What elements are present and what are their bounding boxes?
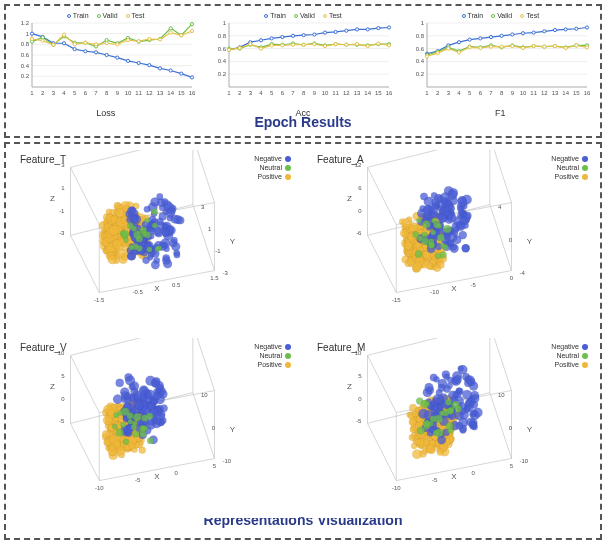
- svg-text:0: 0: [212, 425, 216, 431]
- scatter-legend: NegativeNeutralPositive: [551, 342, 588, 369]
- svg-text:Y: Y: [527, 237, 533, 246]
- svg-point-216: [510, 44, 513, 47]
- svg-text:-5: -5: [59, 418, 65, 424]
- svg-text:9: 9: [510, 90, 514, 96]
- svg-point-40: [158, 67, 161, 70]
- svg-text:0: 0: [61, 396, 65, 402]
- svg-text:2: 2: [436, 90, 440, 96]
- svg-point-39: [148, 64, 151, 67]
- svg-point-838: [413, 262, 421, 270]
- svg-point-217: [521, 46, 524, 49]
- svg-point-975: [440, 243, 445, 248]
- svg-point-558: [143, 257, 150, 264]
- svg-text:1: 1: [223, 20, 227, 26]
- svg-text:14: 14: [562, 90, 569, 96]
- svg-point-938: [459, 231, 467, 239]
- svg-point-213: [478, 46, 481, 49]
- svg-text:13: 13: [551, 90, 558, 96]
- line-charts-row: TrainValidTest0.20.40.60.811.21234567891…: [10, 12, 596, 112]
- svg-text:11: 11: [333, 90, 340, 96]
- svg-text:0.6: 0.6: [218, 46, 227, 52]
- svg-text:-5: -5: [470, 282, 476, 288]
- svg-text:-15: -15: [392, 297, 401, 303]
- svg-point-112: [334, 30, 337, 33]
- legend-item: Neutral: [551, 351, 588, 360]
- svg-point-1707: [455, 411, 464, 420]
- legend-label: Positive: [257, 172, 282, 181]
- svg-text:8: 8: [500, 90, 504, 96]
- line-chart-f1: TrainValidTest0.20.40.60.811234567891011…: [405, 12, 596, 112]
- svg-text:-4: -4: [519, 270, 525, 276]
- svg-point-180: [468, 38, 471, 41]
- svg-text:1: 1: [228, 90, 232, 96]
- svg-point-840: [405, 242, 413, 250]
- svg-text:-1.5: -1.5: [94, 297, 105, 303]
- svg-line-1358: [490, 338, 512, 391]
- epoch-results-section: TrainValidTest0.20.40.60.811.21234567891…: [4, 4, 602, 138]
- svg-point-1213: [109, 444, 115, 450]
- svg-point-1542: [409, 418, 416, 425]
- svg-point-943: [448, 239, 454, 245]
- svg-point-183: [500, 34, 503, 37]
- scatter-plot-feature_m: Feature_MNegativeNeutralPositiveXYZ-10-5…: [307, 338, 596, 518]
- legend-label: Neutral: [556, 163, 579, 172]
- legend-label: Test: [329, 12, 342, 19]
- svg-point-964: [416, 218, 421, 223]
- svg-text:7: 7: [292, 90, 296, 96]
- svg-text:-3: -3: [222, 270, 228, 276]
- svg-point-600: [140, 227, 147, 234]
- svg-text:7: 7: [489, 90, 493, 96]
- svg-point-956: [456, 222, 465, 231]
- svg-point-884: [431, 192, 437, 198]
- legend-item: Test: [323, 12, 342, 19]
- svg-point-63: [62, 33, 65, 36]
- svg-text:0.5: 0.5: [172, 282, 181, 288]
- svg-point-185: [521, 32, 524, 35]
- svg-text:10: 10: [322, 90, 329, 96]
- svg-point-111: [324, 31, 327, 34]
- svg-point-946: [431, 198, 438, 205]
- svg-point-577: [160, 239, 170, 249]
- svg-text:Z: Z: [347, 382, 352, 391]
- svg-point-35: [105, 53, 108, 56]
- svg-text:14: 14: [365, 90, 372, 96]
- scatter-grid: Feature_TNegativeNeutralPositiveXYZ-1.5-…: [10, 150, 596, 510]
- svg-text:0.2: 0.2: [415, 71, 424, 77]
- svg-point-1648: [434, 376, 440, 382]
- svg-text:-0.5: -0.5: [133, 289, 144, 295]
- svg-text:7: 7: [94, 90, 98, 96]
- svg-text:10: 10: [201, 392, 208, 398]
- legend-item: Valid: [97, 12, 118, 19]
- svg-point-1343: [118, 410, 123, 415]
- svg-point-534: [174, 252, 180, 258]
- legend-label: Train: [468, 12, 484, 19]
- svg-point-1587: [426, 444, 435, 453]
- svg-point-114: [356, 28, 359, 31]
- svg-point-145: [345, 43, 348, 46]
- scatter-title: Feature_A: [317, 154, 364, 165]
- svg-text:-1: -1: [59, 208, 65, 214]
- svg-line-604: [367, 235, 396, 292]
- svg-point-208: [425, 55, 428, 58]
- svg-text:1.5: 1.5: [210, 275, 219, 281]
- legend-label: Valid: [103, 12, 118, 19]
- svg-point-1694: [433, 394, 443, 404]
- svg-point-223: [585, 46, 588, 49]
- svg-point-143: [324, 44, 327, 47]
- svg-text:-5: -5: [432, 477, 438, 483]
- svg-point-221: [564, 46, 567, 49]
- svg-text:4: 4: [260, 90, 264, 96]
- svg-point-1699: [466, 418, 475, 427]
- svg-point-57: [169, 27, 172, 30]
- legend-item: Negative: [254, 342, 291, 351]
- svg-point-1351: [147, 437, 154, 444]
- svg-point-967: [434, 221, 441, 228]
- svg-text:6: 6: [84, 90, 88, 96]
- svg-text:11: 11: [135, 90, 142, 96]
- legend-item: Negative: [551, 342, 588, 351]
- svg-point-1558: [415, 439, 421, 445]
- svg-point-1349: [132, 431, 139, 438]
- svg-point-1649: [418, 409, 428, 419]
- svg-text:0.2: 0.2: [218, 71, 227, 77]
- svg-point-222: [574, 44, 577, 47]
